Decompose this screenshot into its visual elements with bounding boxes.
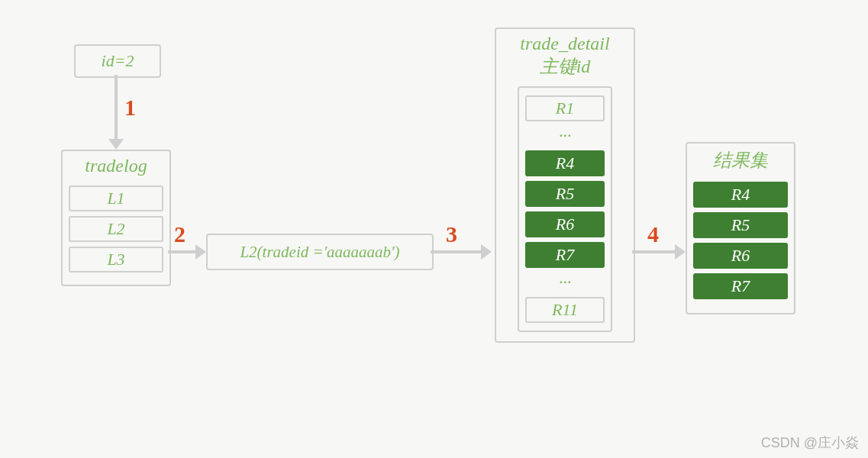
trade-detail-row: ··· <box>525 273 605 292</box>
arrow-3-head <box>481 244 492 260</box>
trade-detail-title2: 主键id <box>496 54 634 83</box>
lookup-box: L2(tradeid ='aaaaaaab') <box>206 234 434 270</box>
result-rows: R4R5R6R7 <box>687 182 794 299</box>
trade-detail-row: ··· <box>525 126 605 146</box>
trade-detail-rows: R1···R4R5R6R7···R11 <box>519 95 611 323</box>
step-1: 1 <box>124 95 136 121</box>
tradelog-title: tradelog <box>63 151 169 181</box>
arrow-4-line <box>632 250 676 253</box>
result-row: R7 <box>693 273 788 299</box>
tradelog-row: L2 <box>69 216 163 242</box>
result-title: 结果集 <box>687 144 794 177</box>
tradelog-box: tradelog L1L2L3 <box>61 150 171 286</box>
result-row: R5 <box>693 212 788 238</box>
input-label: id=2 <box>102 51 134 71</box>
trade-detail-row: R1 <box>525 95 605 121</box>
step-3: 3 <box>446 221 457 247</box>
trade-detail-row: R7 <box>525 242 605 268</box>
trade-detail-inner: R1···R4R5R6R7···R11 <box>518 86 612 332</box>
arrow-2-line <box>168 250 197 253</box>
trade-detail-row: R11 <box>525 297 605 323</box>
result-box: 结果集 R4R5R6R7 <box>686 142 795 314</box>
arrow-2-head <box>195 244 206 260</box>
trade-detail-title1: trade_detail <box>496 29 634 54</box>
result-row: R4 <box>693 182 788 208</box>
trade-detail-row: R4 <box>525 150 605 176</box>
trade-detail-row: R6 <box>525 211 605 237</box>
watermark: CSDN @庄小焱 <box>761 434 859 452</box>
tradelog-row: L1 <box>69 185 163 211</box>
lookup-text: L2(tradeid ='aaaaaaab') <box>240 243 399 262</box>
trade-detail-box: trade_detail 主键id R1···R4R5R6R7···R11 <box>495 27 635 343</box>
arrow-3-line <box>431 250 482 253</box>
tradelog-row: L3 <box>69 247 163 273</box>
step-2: 2 <box>174 221 186 247</box>
step-4: 4 <box>647 221 659 247</box>
trade-detail-row: R5 <box>525 181 605 207</box>
tradelog-rows: L1L2L3 <box>63 185 169 273</box>
input-box: id=2 <box>74 44 161 78</box>
arrow-1-line <box>115 75 118 140</box>
arrow-4-head <box>675 244 686 260</box>
result-row: R6 <box>693 243 788 269</box>
arrow-1-head <box>108 139 124 150</box>
